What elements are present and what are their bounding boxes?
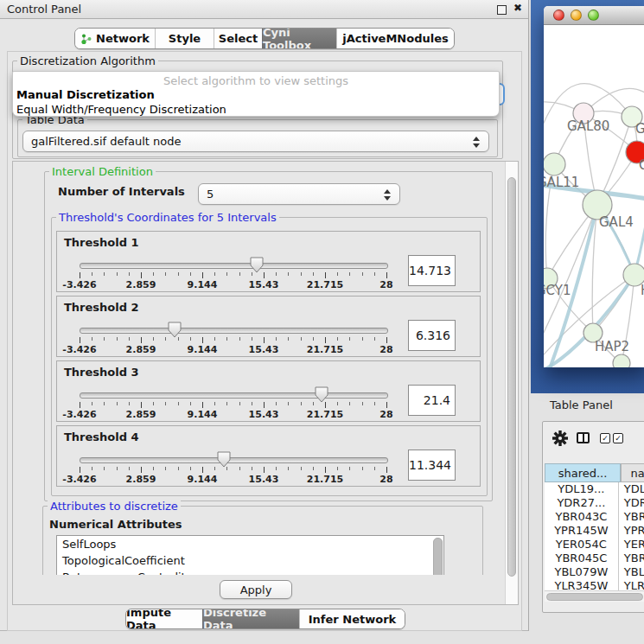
slider-thumb[interactable]: [168, 322, 182, 338]
slider-tick: [349, 337, 350, 341]
network-view-window[interactable]: GAL80GACGAL11GAL4GCY1HHAP2: [544, 6, 644, 367]
slider-tick: [264, 467, 265, 473]
slider-tick: [104, 467, 105, 470]
attribute-list-item[interactable]: SelfLoops: [57, 536, 443, 552]
tab-jactivemnodules[interactable]: jActiveMNodules: [336, 29, 454, 48]
threshold-value-field[interactable]: 14.713: [408, 255, 456, 286]
tab-infer-network[interactable]: Infer Network: [299, 609, 405, 628]
table-panel-title: Table Panel: [550, 399, 613, 411]
table-row[interactable]: YDR27...YDR27: [545, 496, 644, 510]
slider-tick: [190, 272, 191, 276]
column-header-shared-name[interactable]: shared...: [545, 463, 621, 482]
slider-tick: [239, 272, 240, 276]
tab-select[interactable]: Select: [214, 29, 262, 48]
cell-name[interactable]: YBL07: [619, 565, 644, 579]
float-window-icon[interactable]: [497, 5, 507, 15]
settings-scrollbar[interactable]: [505, 162, 518, 604]
settings-scrollbar-thumb[interactable]: [507, 177, 516, 577]
table-row[interactable]: YBR045CYBR04: [545, 552, 644, 565]
slider-track[interactable]: [80, 328, 388, 334]
slider-thumb[interactable]: [250, 257, 264, 273]
zoom-traffic-light-icon[interactable]: [588, 10, 599, 21]
cell-name[interactable]: YPR14: [619, 524, 644, 538]
network-canvas[interactable]: GAL80GACGAL11GAL4GCY1HHAP2: [544, 25, 644, 367]
cell-shared-name[interactable]: YBL079W: [545, 565, 619, 579]
algorithm-option-equal-width-frequency[interactable]: Equal Width/Frequency Discretization: [16, 103, 226, 116]
algorithm-settings-panel: Interval Definition Number of Intervals …: [12, 161, 519, 605]
slider-tick: [386, 402, 387, 408]
cell-shared-name[interactable]: YBR045C: [545, 552, 619, 565]
tab-label: Select: [219, 32, 258, 45]
slider-track[interactable]: [80, 263, 388, 269]
table-row[interactable]: YDL19...YDL19: [545, 482, 644, 496]
slider-tick: [92, 402, 92, 405]
threshold-title: Threshold 1: [64, 236, 139, 249]
tab-network[interactable]: Network: [75, 29, 155, 48]
close-traffic-light-icon[interactable]: [553, 10, 564, 21]
threshold-value-field[interactable]: 6.316: [408, 320, 456, 351]
cell-name[interactable]: YER05: [619, 538, 644, 552]
table-row[interactable]: YBL079WYBL07: [545, 565, 644, 579]
slider-tick: [117, 402, 118, 405]
table-row[interactable]: YER054CYER05: [545, 538, 644, 552]
cell-name[interactable]: YBR04: [619, 510, 644, 524]
cell-name[interactable]: YBR04: [619, 552, 644, 565]
algorithm-prompt: Select algorithm to view settings: [13, 74, 499, 87]
discretization-algorithm-group-label: Discretization Algorithm: [17, 54, 158, 67]
cell-shared-name[interactable]: YDR27...: [545, 496, 619, 510]
cell-name[interactable]: YDL19: [619, 482, 644, 496]
cell-shared-name[interactable]: YER054C: [545, 538, 619, 552]
slider-tick: [104, 402, 105, 405]
minimize-traffic-light-icon[interactable]: [571, 10, 582, 21]
tab-style[interactable]: Style: [155, 29, 214, 48]
network-edge-highlighted[interactable]: [634, 196, 644, 275]
number-of-intervals-combobox[interactable]: 5: [198, 183, 400, 205]
settings-scroll-viewport: Interval Definition Number of Intervals …: [13, 162, 505, 575]
tab-cyni-toolbox[interactable]: Cyni Toolbox: [262, 29, 336, 48]
apply-button[interactable]: Apply: [220, 580, 292, 599]
numerical-attributes-list[interactable]: SelfLoopsTopologicalCoefficientBetweenne…: [56, 535, 444, 575]
slider-track[interactable]: [80, 457, 388, 463]
slider-thumb[interactable]: [315, 386, 328, 403]
network-node-label: GAL4: [599, 214, 634, 230]
table-scrollbar-thumb[interactable]: [546, 593, 643, 601]
control-panel-titlebar[interactable]: Control Panel ✖: [0, 0, 528, 19]
slider-tick: [117, 467, 118, 470]
table-horizontal-scrollbar[interactable]: [545, 590, 644, 602]
column-visibility-icons[interactable]: ✓ ✓: [600, 433, 623, 443]
split-columns-icon[interactable]: [577, 432, 590, 443]
slider-tick: [214, 467, 215, 470]
close-icon[interactable]: ✖: [513, 2, 522, 14]
table-row[interactable]: YBR043CYBR04: [545, 510, 644, 524]
network-window-titlebar[interactable]: [544, 6, 644, 25]
algorithm-option-manual-discretization[interactable]: Manual Discretization: [16, 88, 155, 101]
slider-thumb[interactable]: [217, 451, 231, 468]
slider-tick: [288, 467, 289, 470]
network-node-gal11[interactable]: [544, 153, 565, 175]
cell-shared-name[interactable]: YBR043C: [545, 510, 619, 524]
tab-impute-data[interactable]: Impute Data: [126, 609, 202, 628]
tab-label: Infer Network: [309, 613, 396, 626]
column-header-name[interactable]: name: [621, 463, 644, 482]
cell-shared-name[interactable]: YPR145W: [545, 524, 619, 538]
table-data-combobox[interactable]: galFiltered.sif default node: [22, 131, 489, 152]
gear-icon[interactable]: [552, 430, 568, 446]
list-scrollbar-thumb[interactable]: [433, 538, 443, 575]
threshold-value-field[interactable]: 11.344: [408, 450, 456, 481]
network-node-label: GAL11: [544, 175, 579, 190]
cell-shared-name[interactable]: YDL19...: [545, 482, 619, 496]
table-row[interactable]: YPR145WYPR14: [545, 524, 644, 538]
slider-tick: [252, 402, 252, 405]
slider-tick-label: 2.859: [126, 279, 156, 290]
cell-name[interactable]: YDR27: [619, 496, 644, 510]
slider-tick: [226, 337, 227, 341]
slider-track[interactable]: [80, 392, 388, 399]
attribute-list-item[interactable]: BetweennessCentrality: [57, 569, 443, 575]
slider-tick: [386, 272, 387, 278]
tab-discretize-data[interactable]: Discretize Data: [202, 609, 299, 628]
attribute-list-item[interactable]: TopologicalCoefficient: [57, 552, 443, 569]
network-node[interactable]: [613, 354, 630, 367]
window-title: Control Panel: [7, 3, 81, 16]
network-node-label: C: [639, 157, 644, 173]
threshold-value-field[interactable]: 21.4: [408, 385, 456, 416]
